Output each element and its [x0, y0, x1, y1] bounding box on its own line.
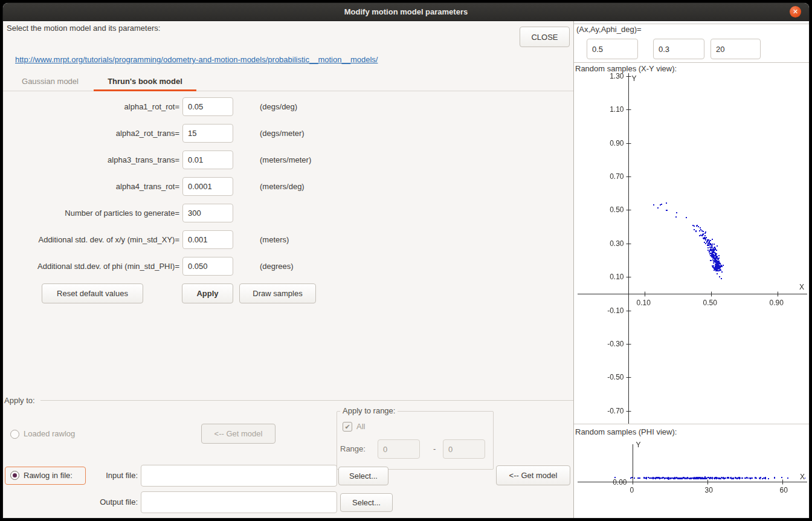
alpha1-rot-rot-input[interactable] — [182, 97, 233, 116]
tab-gaussian-model[interactable]: Gaussian model — [11, 73, 89, 91]
dialog-window: Modify motion model parameters ✕ Select … — [3, 3, 809, 518]
pose-box-bottom-divider — [574, 62, 809, 63]
x-tick-label: 0.50 — [703, 299, 717, 307]
phi-x-tick-label: 30 — [705, 486, 713, 494]
close-dialog-button[interactable]: CLOSE — [520, 27, 570, 47]
ax-input[interactable] — [587, 39, 638, 59]
phi-y-axis-label: Y — [636, 441, 641, 449]
select-output-file-button[interactable]: Select... — [340, 493, 393, 512]
window-title: Modify motion model parameters — [3, 3, 809, 21]
alpha2-label: alpha2_rot_trans= — [3, 124, 179, 143]
tutorial-link[interactable]: http://www.mrpt.org/tutorials/programmin… — [15, 55, 378, 64]
y-tick-label: 0.90 — [610, 139, 624, 147]
ay-input[interactable] — [653, 39, 704, 59]
y-tick-label: 0.30 — [610, 239, 624, 248]
phi-plot-canvas[interactable] — [574, 438, 809, 518]
input-file-input[interactable] — [141, 465, 337, 487]
y-tick-label: -0.30 — [607, 340, 624, 348]
alpha4-trans-rot-input[interactable] — [182, 177, 233, 196]
rawlog-in-file-radio[interactable] — [10, 471, 19, 480]
apply-button[interactable]: Apply — [182, 283, 233, 303]
output-file-input[interactable] — [141, 491, 337, 513]
alpha1-label: alpha1_rot_rot= — [3, 97, 179, 116]
phi-plot-title: Random samples (PHI view): — [575, 427, 677, 436]
xy-plot[interactable]: 1.301.100.900.700.500.300.10-0.10-0.30-0… — [574, 73, 809, 424]
y-tick-label: -0.10 — [607, 306, 624, 315]
close-icon[interactable]: ✕ — [790, 6, 801, 18]
min-std-xy-input[interactable] — [182, 230, 233, 249]
y-tick-label: -0.70 — [607, 407, 624, 415]
input-file-label: Input file: — [63, 465, 138, 487]
range-to-input — [443, 439, 485, 459]
get-model-top-button: <-- Get model — [201, 424, 276, 444]
left-panel: Select the motion model and its paramete… — [3, 21, 573, 518]
all-checkbox-label: All — [356, 421, 365, 433]
loaded-rawlog-label: Loaded rawlog — [24, 427, 75, 441]
alpha3-label: alpha3_trans_trans= — [3, 150, 179, 169]
range-label: Range: — [340, 439, 366, 459]
range-from-input — [378, 439, 420, 459]
particles-label: Number of particles to generate= — [3, 204, 179, 222]
get-model-bottom-button[interactable]: <-- Get model — [496, 465, 570, 485]
phi-y-tick-label: 0.00 — [613, 478, 627, 487]
apply-to-legend: Apply to: — [4, 396, 37, 405]
alpha4-unit: (meters/deg) — [260, 177, 304, 196]
particles-input[interactable] — [182, 204, 233, 222]
xy-plot-canvas[interactable] — [574, 73, 809, 424]
output-file-label: Output file: — [63, 491, 138, 513]
phi-x-tick-label: 60 — [780, 486, 788, 494]
x-tick-label: 0.10 — [637, 299, 651, 307]
apply-to-range-legend: Apply to range: — [340, 406, 398, 415]
range-separator: - — [433, 439, 436, 459]
pose-label: (Ax,Ay,Aphi_deg)= — [576, 25, 642, 34]
y-tick-label: 0.70 — [610, 172, 624, 181]
y-tick-label: 0.10 — [610, 273, 624, 281]
x-axis-label: X — [799, 283, 804, 291]
page-title: Select the motion model and its paramete… — [7, 24, 160, 33]
alpha1-unit: (degs/deg) — [260, 97, 297, 116]
right-panel: (Ax,Ay,Aphi_deg)= Random samples (X-Y vi… — [573, 21, 809, 518]
pose-box-top-divider — [574, 24, 809, 24]
model-tabs: Gaussian model Thrun's book model — [3, 73, 573, 91]
phi-x-tick-label: 0 — [630, 486, 634, 494]
aphi-input[interactable] — [710, 39, 761, 59]
min-std-phi-label: Additional std.dev. of phi (min_std_PHI)… — [3, 257, 179, 276]
select-input-file-button[interactable]: Select... — [338, 467, 388, 485]
phi-x-axis-label: X — [800, 473, 805, 481]
alpha3-unit: (meters/meter) — [260, 150, 311, 169]
all-checkbox: ✔ — [343, 422, 352, 432]
xy-plot-title: Random samples (X-Y view): — [575, 64, 677, 73]
y-tick-label: 1.10 — [610, 105, 624, 114]
alpha2-unit: (degs/meter) — [260, 124, 304, 143]
titlebar[interactable]: Modify motion model parameters ✕ — [3, 3, 809, 21]
y-tick-label: -0.50 — [607, 373, 624, 381]
apply-to-divider — [40, 400, 573, 401]
draw-samples-button[interactable]: Draw samples — [239, 283, 316, 303]
x-tick-label: 0.90 — [770, 299, 784, 307]
phi-plot[interactable]: 030600.00YX — [574, 438, 809, 518]
min-std-xy-unit: (meters) — [260, 230, 289, 249]
min-std-phi-unit: (degrees) — [260, 257, 294, 276]
min-std-xy-label: Additional std. dev. of x/y (min_std_XY)… — [3, 230, 179, 249]
alpha3-trans-trans-input[interactable] — [182, 150, 233, 169]
y-tick-label: 0.50 — [610, 205, 624, 214]
check-icon: ✔ — [344, 423, 350, 430]
y-axis-label: Y — [632, 74, 637, 83]
alpha2-rot-trans-input[interactable] — [182, 124, 233, 143]
tab-thrun-book-model[interactable]: Thrun's book model — [94, 73, 196, 91]
plot-divider — [574, 424, 809, 424]
loaded-rawlog-radio — [10, 430, 19, 439]
reset-defaults-button[interactable]: Reset default values — [42, 283, 143, 303]
alpha4-label: alpha4_trans_rot= — [3, 177, 179, 196]
dialog-content: Select the motion model and its paramete… — [3, 21, 809, 518]
y-tick-label: 1.30 — [610, 73, 624, 80]
min-std-phi-input[interactable] — [182, 257, 233, 276]
